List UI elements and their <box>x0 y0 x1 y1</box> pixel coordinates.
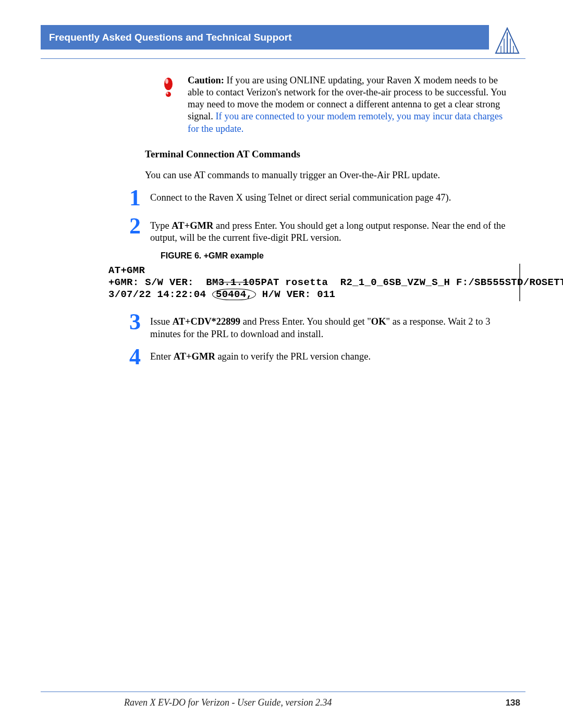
svg-point-3 <box>166 92 168 94</box>
caution-label: Caution: <box>188 75 224 85</box>
step-num-2: 2 <box>129 215 145 238</box>
step4-pre: Enter <box>150 351 174 362</box>
step-3: 3 Issue AT+CDV*22899 and Press Enter. Yo… <box>129 311 515 340</box>
step3-mid: and Press Enter. You should get " <box>240 316 371 327</box>
term-line1: AT+GMR <box>108 265 145 276</box>
term-line2strike: 3.1.1 <box>218 277 249 288</box>
caution-text: Caution: If you are using ONLINE updatin… <box>188 75 515 135</box>
svg-point-2 <box>166 92 171 97</box>
term-line2a: +GMR: S/W VER: BM <box>108 277 218 288</box>
page: Frequently Asked Questions and Technical… <box>41 25 525 702</box>
term-line3-circled: 50404, <box>212 289 256 301</box>
terminal-output: AT+GMR +GMR: S/W VER: BM3.1.105PAT roset… <box>108 264 520 301</box>
step-1: 1 Connect to the Raven X using Telnet or… <box>129 187 515 209</box>
step3-ok: OK <box>371 316 386 327</box>
step-4: 4 Enter AT+GMR again to verify the PRL v… <box>129 346 515 368</box>
header-title: Frequently Asked Questions and Technical… <box>41 25 489 50</box>
triangle-logo-icon <box>495 27 520 55</box>
caution-blue: If you are connected to your modem remot… <box>188 111 503 133</box>
header-bar-cell: Frequently Asked Questions and Technical… <box>41 25 489 50</box>
caution-icon <box>161 75 178 101</box>
figure-caption: FIGURE 6. +GMR example <box>161 251 525 261</box>
step-text-3: Issue AT+CDV*22899 and Press Enter. You … <box>150 311 515 340</box>
step3-pre: Issue <box>150 316 173 327</box>
intro-para: You can use AT commands to manually trig… <box>145 169 515 181</box>
step-text-4: Enter AT+GMR again to verify the PRL ver… <box>150 346 515 363</box>
step-num-3: 3 <box>129 311 145 334</box>
figure-caption-title: +GMR example <box>204 251 264 260</box>
page-number: 138 <box>506 698 520 708</box>
step3-cmd: AT+CDV*22899 <box>173 316 240 327</box>
header-row: Frequently Asked Questions and Technical… <box>41 25 525 59</box>
svg-point-0 <box>164 78 173 90</box>
footer: Raven X EV-DO for Verizon - User Guide, … <box>41 692 525 708</box>
step-2: 2 Type AT+GMR and press Enter. You shoul… <box>129 215 515 244</box>
step2-cmd: AT+GMR <box>172 220 213 231</box>
step-num-4: 4 <box>129 346 145 368</box>
step4-cmd: AT+GMR <box>174 351 215 362</box>
step-num-1: 1 <box>129 187 145 209</box>
figure-caption-label: FIGURE 6. <box>161 251 204 260</box>
term-line3b: H/W VER: 011 <box>256 289 335 300</box>
step-text-1: Connect to the Raven X using Telnet or d… <box>150 187 515 204</box>
term-line3a: 3/07/22 14:22:04 <box>108 289 212 300</box>
footer-title: Raven X EV-DO for Verizon - User Guide, … <box>124 697 332 708</box>
svg-point-1 <box>165 79 168 84</box>
logo-cell <box>489 25 525 55</box>
step4-post: again to verify the PRL version change. <box>215 351 371 362</box>
caution-block: Caution: If you are using ONLINE updatin… <box>161 75 515 135</box>
term-line2b: 05PAT rosetta R2_1_0_6SB_VZW_S_H F:/SB55… <box>249 277 563 288</box>
content: Caution: If you are using ONLINE updatin… <box>41 59 525 368</box>
step-text-2: Type AT+GMR and press Enter. You should … <box>150 215 515 244</box>
step2-pre: Type <box>150 220 172 231</box>
section-heading: Terminal Connection AT Commands <box>145 149 525 160</box>
